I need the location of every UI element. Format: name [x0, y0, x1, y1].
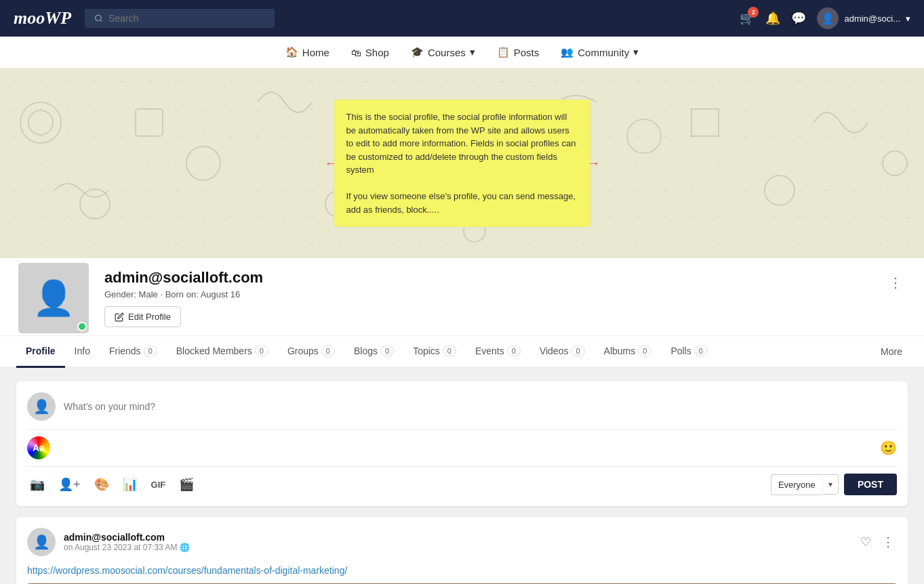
- cart-badge: 2: [748, 7, 759, 18]
- tab-info[interactable]: Info: [65, 336, 100, 368]
- profile-section: 👤 admin@socialloft.com Gender: Male · Bo…: [0, 258, 924, 336]
- search-bar[interactable]: [85, 9, 275, 28]
- post-box-bottom: 📷 👤+ 🎨 📊 GIF 🎬 Everyone Friends Only Me …: [27, 466, 897, 495]
- tab-videos[interactable]: Videos 0: [530, 336, 595, 368]
- tab-blocked[interactable]: Blocked Members 0: [167, 336, 278, 368]
- tab-groups-count: 0: [321, 346, 335, 356]
- post-author-avatar: 👤: [27, 392, 56, 421]
- tooltip-left-arrow: ←: [325, 154, 337, 173]
- video-button[interactable]: 🎬: [176, 474, 197, 495]
- post-box: 👤 Aa 🙂 📷 👤+ 🎨 📊 GIF 🎬 Everyone Friends O…: [16, 381, 908, 506]
- tab-events-label: Events: [475, 346, 504, 356]
- nav-right: 🛒 2 🔔 💬 👤 admin@soci... ▾: [740, 7, 910, 29]
- avatar-wrap: 👤: [16, 261, 91, 335]
- post-submit-button[interactable]: POST: [844, 474, 897, 495]
- secondary-navigation: 🏠 Home 🛍 Shop 🎓 Courses ▾ 📋 Posts 👥 Comm…: [0, 37, 924, 68]
- main-content: 👤 Aa 🙂 📷 👤+ 🎨 📊 GIF 🎬 Everyone Friends O…: [0, 368, 924, 584]
- profile-meta: Gender: Male · Born on: August 16: [104, 289, 908, 299]
- tab-blogs[interactable]: Blogs 0: [344, 336, 403, 368]
- svg-point-0: [96, 15, 102, 21]
- feed-like-button[interactable]: ♡: [858, 532, 874, 552]
- nav-home[interactable]: 🏠 Home: [285, 46, 329, 58]
- tag-people-button[interactable]: 👤+: [56, 474, 83, 495]
- notifications-button[interactable]: 🔔: [765, 11, 780, 26]
- feed-post-actions: ♡ ⋮: [858, 532, 897, 552]
- community-dropdown-arrow: ▾: [633, 46, 639, 58]
- feed-post-meta: admin@socialloft.com on August 23 2023 a…: [64, 532, 849, 552]
- feed-post-timestamp: on August 23 2023 at 07:33 AM: [64, 543, 177, 552]
- post-box-mid: Aa 🙂: [27, 430, 897, 466]
- color-circle-button[interactable]: 🎨: [92, 474, 112, 495]
- audience-dropdown[interactable]: Everyone Friends Only Me: [771, 474, 822, 495]
- tooltip-box: ← This is the social profile, the social…: [334, 99, 591, 228]
- user-menu[interactable]: 👤 admin@soci... ▾: [817, 7, 910, 29]
- tab-events[interactable]: Events 0: [466, 336, 530, 368]
- user-avatar: 👤: [817, 7, 839, 29]
- tab-albums[interactable]: Albums 0: [595, 336, 662, 368]
- courses-dropdown-arrow: ▾: [470, 46, 475, 58]
- nav-community-label: Community: [578, 47, 629, 58]
- nav-posts-label: Posts: [514, 47, 540, 58]
- tab-albums-label: Albums: [604, 346, 636, 356]
- nav-community[interactable]: 👥 Community ▾: [561, 46, 639, 58]
- community-icon: 👥: [561, 46, 574, 58]
- nav-shop[interactable]: 🛍 Shop: [351, 47, 389, 58]
- shop-icon: 🛍: [351, 47, 361, 58]
- tab-videos-label: Videos: [540, 346, 569, 356]
- user-label: admin@soci...: [844, 14, 900, 24]
- cart-button[interactable]: 🛒 2: [740, 11, 755, 26]
- messages-button[interactable]: 💬: [791, 11, 806, 26]
- nav-courses[interactable]: 🎓 Courses ▾: [411, 46, 475, 58]
- tab-topics-count: 0: [443, 346, 456, 356]
- poll-button[interactable]: 📊: [120, 474, 140, 495]
- nav-posts[interactable]: 📋 Posts: [497, 46, 540, 58]
- tab-albums-count: 0: [638, 346, 651, 356]
- tab-more[interactable]: More: [875, 337, 908, 367]
- tabs-bar: Profile Info Friends 0 Blocked Members 0…: [0, 336, 924, 368]
- tab-polls-label: Polls: [670, 346, 691, 356]
- profile-info: admin@socialloft.com Gender: Male · Born…: [104, 258, 908, 335]
- logo: mooWP: [14, 8, 71, 28]
- tab-polls[interactable]: Polls 0: [661, 336, 717, 368]
- edit-profile-label: Edit Profile: [128, 312, 171, 322]
- gif-button[interactable]: GIF: [148, 477, 169, 493]
- profile-more-button[interactable]: ⋮: [883, 272, 908, 293]
- tab-friends-count: 0: [144, 346, 157, 356]
- top-navigation: mooWP 🛒 2 🔔 💬 👤 admin@soci... ▾: [0, 0, 924, 37]
- font-style-button[interactable]: Aa: [27, 436, 50, 459]
- photo-upload-button[interactable]: 📷: [27, 474, 47, 495]
- post-audience-selector: Everyone Friends Only Me ▾ POST: [771, 474, 897, 495]
- feed-post: 👤 admin@socialloft.com on August 23 2023…: [16, 517, 908, 584]
- edit-profile-button[interactable]: Edit Profile: [104, 306, 181, 327]
- audience-dropdown-arrow[interactable]: ▾: [822, 474, 839, 495]
- tab-blocked-label: Blocked Members: [176, 346, 252, 356]
- courses-icon: 🎓: [411, 46, 424, 58]
- tab-groups[interactable]: Groups 0: [278, 336, 344, 368]
- svg-line-1: [100, 20, 102, 21]
- feed-more-button[interactable]: ⋮: [879, 532, 897, 552]
- home-icon: 🏠: [285, 46, 298, 58]
- tab-polls-count: 0: [694, 346, 708, 356]
- post-text-input[interactable]: [64, 401, 897, 412]
- tooltip-right-arrow: →: [588, 154, 600, 173]
- feed-post-time: on August 23 2023 at 07:33 AM 🌐: [64, 543, 849, 552]
- tab-friends-label: Friends: [109, 346, 141, 356]
- tab-blogs-count: 0: [380, 346, 394, 356]
- edit-icon: [115, 312, 124, 322]
- nav-left: mooWP: [14, 8, 275, 28]
- online-indicator: [77, 322, 87, 331]
- feed-post-link[interactable]: https://wordpress.moosocial.com/courses/…: [27, 565, 347, 576]
- nav-courses-label: Courses: [428, 47, 466, 58]
- cover-area: ← This is the social profile, the social…: [0, 68, 924, 258]
- nav-home-label: Home: [302, 47, 329, 58]
- tab-events-count: 0: [507, 346, 521, 356]
- search-input[interactable]: [108, 13, 265, 24]
- tab-topics-label: Topics: [413, 346, 440, 356]
- posts-icon: 📋: [497, 46, 510, 58]
- post-box-top: 👤: [27, 392, 897, 430]
- profile-born: Born on: August 16: [165, 289, 241, 299]
- tab-profile[interactable]: Profile: [16, 336, 65, 368]
- tab-friends[interactable]: Friends 0: [100, 336, 167, 368]
- tab-topics[interactable]: Topics 0: [403, 336, 466, 368]
- emoji-button[interactable]: 🙂: [880, 440, 897, 456]
